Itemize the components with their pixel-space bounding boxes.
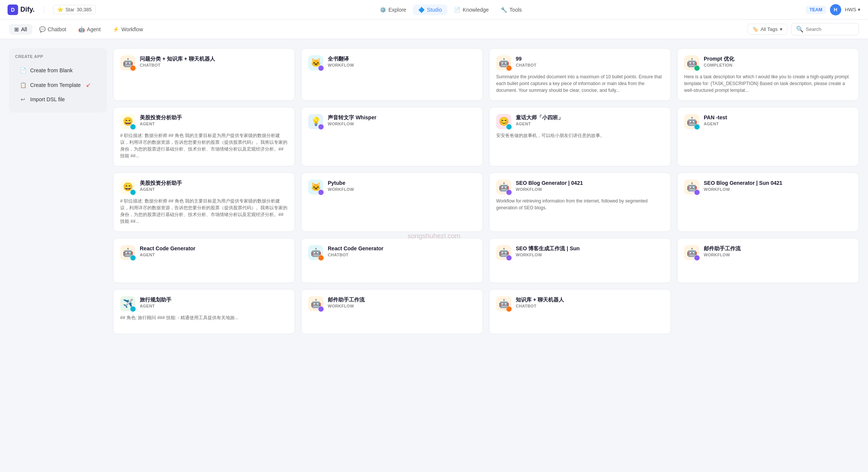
create-from-blank-option[interactable]: 📄 Create from Blank: [15, 63, 101, 78]
app-card-header: 😊 童话大师「小四班」 AGENT: [496, 114, 664, 129]
app-card[interactable]: 🤖 问题分类 + 知识库 + 聊天机器人 CHATBOT: [113, 48, 295, 101]
github-star-label: Star: [66, 7, 75, 12]
app-type-label: WORKFLOW: [516, 253, 664, 257]
app-type-label: WORKFLOW: [328, 63, 476, 67]
app-type-label: CHATBOT: [328, 253, 476, 257]
knowledge-icon: 📄: [454, 7, 460, 13]
all-tags-button[interactable]: 🏷️ All Tags ▾: [747, 24, 787, 35]
app-type-badge-icon: [318, 65, 324, 71]
app-info: 声音转文字 Whisper WORKFLOW: [328, 114, 476, 126]
app-card-header: 🤖 PAN -test AGENT: [684, 114, 852, 129]
app-info: 美股投资分析助手 AGENT: [140, 114, 288, 126]
app-card[interactable]: 🐱 全书翻译 WORKFLOW: [301, 48, 483, 101]
app-card[interactable]: 😊 童话大师「小四班」 AGENT 安安爸爸做的故事机，可以给小朋友们讲任意的故…: [489, 107, 671, 166]
app-type-badge-icon: [694, 189, 700, 195]
logo[interactable]: D Dify.: [8, 5, 35, 15]
explore-label: Explore: [388, 7, 406, 13]
create-panel-title: CREATE APP: [15, 54, 101, 59]
app-name: 99: [516, 55, 664, 62]
app-card[interactable]: 🤖 React Code Generator AGENT: [113, 238, 295, 283]
app-card-header: 🐱 Pytube WORKFLOW: [308, 180, 476, 195]
search-input[interactable]: [806, 26, 854, 32]
app-type-badge-icon: [130, 65, 136, 71]
studio-icon: 🔷: [418, 7, 425, 13]
app-info: Pytube WORKFLOW: [328, 180, 476, 192]
app-type-badge-icon: [318, 189, 324, 195]
github-star-button[interactable]: ⭐ Star 30,385: [53, 5, 96, 14]
app-card[interactable]: 🤖 知识库 + 聊天机器人 CHATBOT: [489, 289, 671, 334]
app-info: PAN -test AGENT: [704, 114, 852, 126]
tab-all[interactable]: ⊞ All: [9, 24, 32, 35]
app-card[interactable]: 🤖 邮件助手工作流 WORKFLOW: [301, 289, 483, 334]
app-card[interactable]: 🤖 邮件助手工作流 WORKFLOW: [677, 238, 859, 283]
app-name: 邮件助手工作流: [704, 245, 852, 252]
app-icon: 😄: [120, 114, 135, 129]
import-dsl-label: Import DSL file: [30, 96, 65, 102]
app-type-label: WORKFLOW: [516, 187, 664, 192]
tab-workflow[interactable]: ⚡ Workflow: [107, 24, 148, 35]
app-type-badge-icon: [694, 255, 700, 261]
app-icon: 🤖: [684, 114, 699, 129]
app-icon: 🤖: [496, 180, 511, 195]
app-icon: 🤖: [120, 245, 135, 260]
app-type-label: CHATBOT: [516, 63, 664, 67]
app-card[interactable]: 🤖 SEO 博客生成工作流 | Sun WORKFLOW: [489, 238, 671, 283]
app-name: SEO 博客生成工作流 | Sun: [516, 245, 664, 252]
app-icon: 💡: [308, 114, 323, 129]
app-name: React Code Generator: [140, 245, 288, 252]
workflow-icon: ⚡: [113, 26, 119, 32]
nav-tools[interactable]: 🔧 Tools: [495, 5, 527, 15]
app-card-header: 🤖 SEO Blog Generator | Sun 0421 WORKFLOW: [684, 180, 852, 195]
nav-knowledge[interactable]: 📄 Knowledge: [449, 5, 494, 15]
app-grid: 🤖 问题分类 + 知识库 + 聊天机器人 CHATBOT 🐱 全书翻译 WORK…: [113, 48, 859, 463]
tab-chatbot-label: Chatbot: [48, 26, 66, 32]
app-info: React Code Generator AGENT: [140, 245, 288, 257]
tab-agent-label: Agent: [87, 26, 101, 32]
app-card[interactable]: 🤖 React Code Generator CHATBOT: [301, 238, 483, 283]
app-card[interactable]: 🐱 Pytube WORKFLOW: [301, 172, 483, 232]
app-description: ## 角色: 旅行顾问 ### 技能: - 精通使用工具提供有关地旅...: [120, 314, 288, 321]
app-type-badge-icon: [694, 65, 700, 71]
app-icon: ✈️: [120, 296, 135, 311]
nav-explore[interactable]: ⚙️ Explore: [374, 5, 411, 15]
app-card[interactable]: ✈️ 旅行规划助手 AGENT ## 角色: 旅行顾问 ### 技能: - 精通…: [113, 289, 295, 334]
blank-icon: 📄: [20, 67, 26, 74]
app-name: 旅行规划助手: [140, 296, 288, 303]
app-type-badge-icon: [506, 189, 512, 195]
app-icon: 🤖: [684, 55, 699, 70]
app-type-badge-icon: [318, 124, 324, 130]
app-card[interactable]: 🤖 Prompt 优化 COMPLETION Here is a task de…: [677, 48, 859, 101]
user-name: HWS: [845, 7, 856, 12]
app-card[interactable]: 🤖 SEO Blog Generator | Sun 0421 WORKFLOW: [677, 172, 859, 232]
import-dsl-option[interactable]: ↩ Import DSL file: [15, 92, 101, 107]
create-from-template-option[interactable]: 📋 Create from Template ↙: [15, 78, 101, 92]
user-menu[interactable]: HWS ▾: [845, 7, 860, 12]
top-navigation: D Dify. ⭐ Star 30,385 ⚙️ Explore 🔷 Studi…: [0, 0, 868, 20]
import-icon: ↩: [20, 96, 26, 103]
app-type-badge-icon: [506, 255, 512, 261]
app-name: Prompt 优化: [704, 55, 852, 62]
tab-chatbot[interactable]: 💬 Chatbot: [34, 24, 72, 35]
app-icon: 😊: [496, 114, 511, 129]
app-type-badge-icon: [694, 124, 700, 130]
nav-studio[interactable]: 🔷 Studio: [413, 5, 447, 15]
tab-agent[interactable]: 🤖 Agent: [73, 24, 106, 35]
app-card[interactable]: 🤖 PAN -test AGENT: [677, 107, 859, 166]
sub-navigation: ⊞ All 💬 Chatbot 🤖 Agent ⚡ Workflow 🏷️ Al…: [0, 20, 868, 39]
app-card-header: 🤖 React Code Generator CHATBOT: [308, 245, 476, 260]
app-info: 童话大师「小四班」 AGENT: [516, 114, 664, 126]
app-info: SEO Blog Generator | 0421 WORKFLOW: [516, 180, 664, 192]
app-icon: 🤖: [496, 245, 511, 260]
app-card[interactable]: 😄 美股投资分析助手 AGENT # 职位描述: 数据分析师 ## 角色 我的主…: [113, 172, 295, 232]
explore-icon: ⚙️: [380, 7, 386, 13]
app-type-label: AGENT: [704, 122, 852, 126]
app-icon: 🤖: [684, 180, 699, 195]
app-info: 问题分类 + 知识库 + 聊天机器人 CHATBOT: [140, 55, 288, 67]
app-card[interactable]: 💡 声音转文字 Whisper WORKFLOW: [301, 107, 483, 166]
app-card[interactable]: 🤖 SEO Blog Generator | 0421 WORKFLOW Wor…: [489, 172, 671, 232]
app-card[interactable]: 🤖 99 CHATBOT Summarize the provided docu…: [489, 48, 671, 101]
app-info: 99 CHATBOT: [516, 55, 664, 67]
tag-icon: 🏷️: [752, 26, 758, 32]
app-card[interactable]: 😄 美股投资分析助手 AGENT # 职位描述: 数据分析师 ## 角色 我的主…: [113, 107, 295, 166]
app-icon: 🤖: [308, 296, 323, 311]
